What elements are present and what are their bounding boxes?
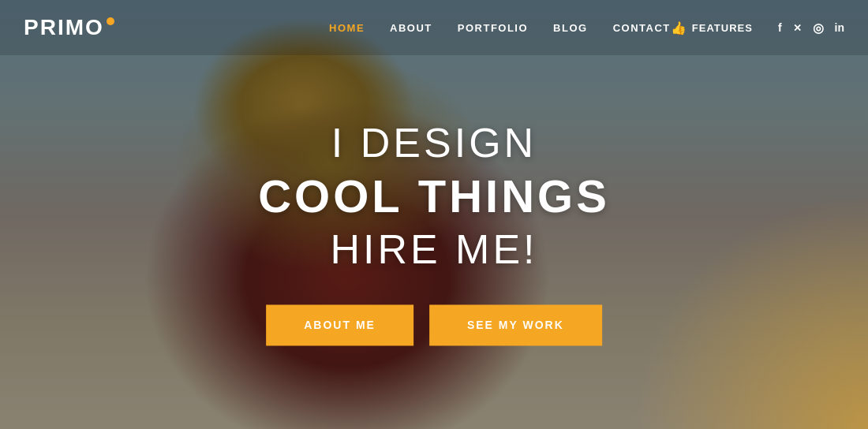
nav-link-contact[interactable]: CONTACT — [613, 22, 671, 34]
social-facebook[interactable]: f — [778, 21, 782, 34]
social-instagram[interactable]: ◎ — [813, 21, 824, 35]
social-twitter[interactable]: ✕ — [793, 22, 802, 34]
features-label: FEATURES — [692, 22, 753, 34]
nav-item-portfolio[interactable]: PORTFOLIO — [458, 21, 528, 35]
nav-link-portfolio[interactable]: PORTFOLIO — [458, 22, 528, 34]
site-logo[interactable]: PRIMO — [24, 15, 114, 40]
nav-features[interactable]: 👍 FEATURES — [671, 21, 753, 35]
navbar: PRIMO HOME ABOUT PORTFOLIO BLOG CONTACT … — [0, 0, 868, 55]
nav-item-home[interactable]: HOME — [329, 21, 365, 35]
nav-link-blog[interactable]: BLOG — [553, 22, 588, 34]
nav-links: HOME ABOUT PORTFOLIO BLOG CONTACT — [329, 21, 671, 35]
about-me-button[interactable]: ABOUT ME — [266, 304, 413, 345]
logo-dot — [107, 17, 114, 25]
nav-item-blog[interactable]: BLOG — [553, 21, 588, 35]
social-links: f ✕ ◎ in — [778, 21, 844, 35]
hero-content: I DESIGN COOL THINGS HIRE ME! ABOUT ME S… — [258, 119, 610, 345]
social-linkedin[interactable]: in — [835, 21, 844, 34]
see-my-work-button[interactable]: SEE MY WORK — [429, 304, 602, 345]
nav-item-contact[interactable]: CONTACT — [613, 21, 671, 35]
nav-item-about[interactable]: ABOUT — [390, 21, 432, 35]
nav-link-home[interactable]: HOME — [329, 22, 365, 34]
hero-line1: I DESIGN — [258, 119, 610, 166]
thumbs-up-icon: 👍 — [671, 21, 687, 35]
hero-line3: HIRE ME! — [258, 226, 610, 273]
nav-link-about[interactable]: ABOUT — [390, 22, 432, 34]
hero-buttons: ABOUT ME SEE MY WORK — [258, 304, 610, 345]
hero-section: PRIMO HOME ABOUT PORTFOLIO BLOG CONTACT … — [0, 0, 868, 429]
hero-line2: COOL THINGS — [258, 170, 610, 222]
hero-light-effect — [631, 192, 868, 429]
logo-text: PRIMO — [24, 15, 104, 40]
